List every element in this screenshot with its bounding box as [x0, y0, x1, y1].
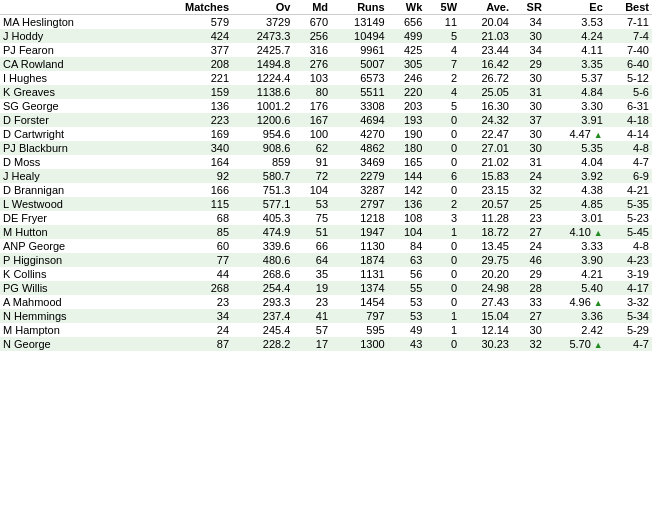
- cell-ov: 474.9: [232, 225, 293, 239]
- cell-ec: 3.91: [545, 113, 606, 127]
- cell-ec: 3.36: [545, 309, 606, 323]
- cell-ave: 27.43: [460, 295, 512, 309]
- cell-best: 4-18: [606, 113, 652, 127]
- arrow-up-icon: ▲: [594, 298, 603, 308]
- cell-ec: 4.21: [545, 267, 606, 281]
- table-row: N Hemmings34237.44179753115.04273.365-34: [0, 309, 652, 323]
- cell-md: 57: [293, 323, 331, 337]
- cell-best: 4-8: [606, 141, 652, 155]
- cell-ec: 4.85: [545, 197, 606, 211]
- cell-ave: 23.15: [460, 183, 512, 197]
- cell-ave: 16.30: [460, 99, 512, 113]
- cell-name: D Brannigan: [0, 183, 155, 197]
- cell-sr: 24: [512, 239, 545, 253]
- cell-runs: 1130: [331, 239, 388, 253]
- cell-matches: 340: [155, 141, 232, 155]
- cell-wk: 656: [388, 15, 426, 30]
- cell-5w: 2: [425, 71, 460, 85]
- cell-matches: 221: [155, 71, 232, 85]
- table-row: K Greaves1591138.6805511220425.05314.845…: [0, 85, 652, 99]
- table-row: N George87228.217130043030.23325.70 ▲4-7: [0, 337, 652, 351]
- cell-matches: 68: [155, 211, 232, 225]
- cell-sr: 30: [512, 99, 545, 113]
- cell-5w: 3: [425, 211, 460, 225]
- cell-wk: 203: [388, 99, 426, 113]
- cell-name: K Greaves: [0, 85, 155, 99]
- cell-name: PJ Fearon: [0, 43, 155, 57]
- table-row: D Brannigan166751.31043287142023.15324.3…: [0, 183, 652, 197]
- cell-wk: 84: [388, 239, 426, 253]
- cell-md: 23: [293, 295, 331, 309]
- col-name: [0, 0, 155, 15]
- cell-matches: 85: [155, 225, 232, 239]
- cell-5w: 0: [425, 281, 460, 295]
- cell-name: A Mahmood: [0, 295, 155, 309]
- cell-md: 64: [293, 253, 331, 267]
- cell-md: 167: [293, 113, 331, 127]
- col-ec: Ec: [545, 0, 606, 15]
- cell-5w: 4: [425, 85, 460, 99]
- cell-runs: 10494: [331, 29, 388, 43]
- cell-sr: 30: [512, 141, 545, 155]
- cell-best: 7-11: [606, 15, 652, 30]
- cell-matches: 377: [155, 43, 232, 57]
- cell-best: 5-34: [606, 309, 652, 323]
- cell-ave: 25.05: [460, 85, 512, 99]
- cell-matches: 166: [155, 183, 232, 197]
- cell-md: 53: [293, 197, 331, 211]
- cell-5w: 1: [425, 225, 460, 239]
- cell-matches: 115: [155, 197, 232, 211]
- stats-table: Matches Ov Md Runs Wk 5W Ave. SR Ec Best…: [0, 0, 652, 351]
- cell-md: 103: [293, 71, 331, 85]
- table-row: L Westwood115577.1532797136220.57254.855…: [0, 197, 652, 211]
- table-row: M Hampton24245.45759549112.14302.425-29: [0, 323, 652, 337]
- cell-md: 72: [293, 169, 331, 183]
- table-row: D Moss164859913469165021.02314.044-7: [0, 155, 652, 169]
- cell-best: 4-8: [606, 239, 652, 253]
- cell-5w: 1: [425, 309, 460, 323]
- cell-wk: 104: [388, 225, 426, 239]
- cell-name: PG Willis: [0, 281, 155, 295]
- cell-best: 3-32: [606, 295, 652, 309]
- cell-5w: 0: [425, 113, 460, 127]
- col-wk: Wk: [388, 0, 426, 15]
- cell-best: 5-35: [606, 197, 652, 211]
- cell-matches: 223: [155, 113, 232, 127]
- cell-ave: 22.47: [460, 127, 512, 141]
- cell-name: K Collins: [0, 267, 155, 281]
- cell-runs: 595: [331, 323, 388, 337]
- cell-wk: 499: [388, 29, 426, 43]
- cell-runs: 4694: [331, 113, 388, 127]
- cell-runs: 3287: [331, 183, 388, 197]
- col-sr: SR: [512, 0, 545, 15]
- cell-ave: 15.04: [460, 309, 512, 323]
- cell-ov: 751.3: [232, 183, 293, 197]
- cell-matches: 92: [155, 169, 232, 183]
- cell-ec: 5.70 ▲: [545, 337, 606, 351]
- cell-name: L Westwood: [0, 197, 155, 211]
- cell-runs: 4270: [331, 127, 388, 141]
- cell-ov: 580.7: [232, 169, 293, 183]
- cell-5w: 5: [425, 99, 460, 113]
- cell-ec: 4.38: [545, 183, 606, 197]
- cell-md: 51: [293, 225, 331, 239]
- cell-matches: 24: [155, 323, 232, 337]
- cell-best: 4-14: [606, 127, 652, 141]
- cell-name: D Forster: [0, 113, 155, 127]
- cell-name: N Hemmings: [0, 309, 155, 323]
- cell-ec: 3.53: [545, 15, 606, 30]
- cell-ec: 5.40: [545, 281, 606, 295]
- arrow-up-icon: ▲: [594, 228, 603, 238]
- cell-sr: 30: [512, 29, 545, 43]
- cell-5w: 4: [425, 43, 460, 57]
- cell-ave: 27.01: [460, 141, 512, 155]
- cell-md: 66: [293, 239, 331, 253]
- col-matches: Matches: [155, 0, 232, 15]
- cell-sr: 37: [512, 113, 545, 127]
- cell-name: P Higginson: [0, 253, 155, 267]
- cell-md: 256: [293, 29, 331, 43]
- cell-best: 5-6: [606, 85, 652, 99]
- cell-best: 4-21: [606, 183, 652, 197]
- cell-wk: 56: [388, 267, 426, 281]
- cell-wk: 165: [388, 155, 426, 169]
